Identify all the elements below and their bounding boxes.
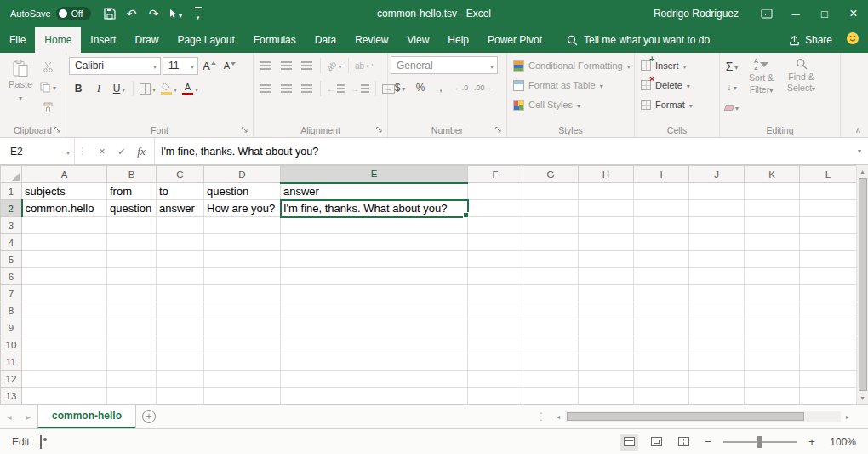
row-header-13[interactable]: 13 (1, 388, 22, 405)
column-header-A[interactable]: A (22, 166, 107, 183)
cell-D9[interactable] (204, 319, 281, 336)
row-header-9[interactable]: 9 (1, 319, 22, 336)
bottom-align-button[interactable] (297, 56, 316, 75)
cell-E4[interactable] (281, 234, 468, 251)
page-layout-view-button[interactable] (647, 434, 665, 451)
column-header-D[interactable]: D (204, 166, 281, 183)
cell-E13[interactable] (281, 388, 468, 405)
cell-D13[interactable] (204, 388, 281, 405)
cell-K11[interactable] (745, 353, 800, 371)
increase-decimal-button[interactable]: ←.0 (452, 78, 471, 97)
cell-I13[interactable] (634, 388, 689, 405)
zoom-percentage[interactable]: 100% (827, 436, 856, 448)
cell-H10[interactable] (579, 336, 634, 353)
cell-L10[interactable] (800, 336, 857, 353)
cell-I10[interactable] (634, 336, 689, 353)
column-header-H[interactable]: H (579, 166, 634, 183)
cell-B9[interactable] (107, 319, 157, 336)
font-dialog-launcher[interactable] (240, 125, 249, 135)
ribbon-tab-help[interactable]: Help (438, 27, 478, 53)
cell-L11[interactable] (800, 353, 857, 371)
cell-C5[interactable] (157, 251, 204, 268)
cell-G7[interactable] (523, 285, 579, 302)
cell-B3[interactable] (107, 217, 157, 234)
row-header-11[interactable]: 11 (1, 353, 22, 371)
ribbon-tab-draw[interactable]: Draw (125, 27, 168, 53)
alignment-dialog-launcher[interactable] (374, 125, 384, 135)
cell-K6[interactable] (745, 268, 800, 285)
cell-I11[interactable] (634, 353, 689, 371)
column-header-I[interactable]: I (634, 166, 689, 183)
cell-E3[interactable] (281, 217, 468, 234)
cell-G2[interactable] (523, 200, 579, 217)
fill-color-button[interactable] (159, 79, 179, 98)
cell-D11[interactable] (204, 353, 281, 371)
cell-I8[interactable] (634, 302, 689, 319)
cell-E1[interactable]: answer (281, 183, 468, 200)
column-header-G[interactable]: G (523, 166, 579, 183)
zoom-in-button[interactable]: + (805, 435, 819, 448)
cell-D1[interactable]: question (204, 183, 281, 200)
row-header-12[interactable]: 12 (1, 371, 22, 388)
cell-I5[interactable] (634, 251, 689, 268)
select-all-button[interactable] (1, 166, 22, 183)
percent-style-button[interactable]: % (411, 78, 430, 97)
cell-A7[interactable] (22, 285, 107, 302)
cell-H6[interactable] (579, 268, 634, 285)
cell-G8[interactable] (523, 302, 579, 319)
autosum-button[interactable]: Σ (722, 57, 741, 76)
cell-J4[interactable] (689, 234, 745, 251)
cell-F6[interactable] (468, 268, 523, 285)
row-header-7[interactable]: 7 (1, 285, 22, 302)
cell-E10[interactable] (281, 336, 468, 353)
borders-button[interactable] (138, 79, 157, 98)
cell-K10[interactable] (745, 336, 800, 353)
feedback-smiley-button[interactable] (846, 32, 859, 49)
cut-button[interactable] (38, 57, 58, 76)
insert-cells-button[interactable]: +Insert (637, 56, 690, 75)
cell-C1[interactable]: to (157, 183, 204, 200)
ribbon-tab-formulas[interactable]: Formulas (244, 27, 306, 53)
cell-F3[interactable] (468, 217, 523, 234)
macro-record-button[interactable] (40, 436, 42, 448)
cell-E5[interactable] (281, 251, 468, 268)
paste-button[interactable]: Paste (3, 56, 38, 121)
row-header-10[interactable]: 10 (1, 336, 22, 353)
align-right-button[interactable] (297, 79, 316, 98)
cell-A6[interactable] (22, 268, 107, 285)
row-header-6[interactable]: 6 (1, 268, 22, 285)
cell-H12[interactable] (579, 371, 634, 388)
column-header-F[interactable]: F (468, 166, 523, 183)
cell-H4[interactable] (579, 234, 634, 251)
ribbon-tab-data[interactable]: Data (306, 27, 345, 53)
cell-K3[interactable] (745, 217, 800, 234)
cell-L6[interactable] (800, 268, 857, 285)
cell-A9[interactable] (22, 319, 107, 336)
scroll-left-arrow[interactable]: ◂ (551, 413, 565, 421)
cell-C8[interactable] (157, 302, 204, 319)
zoom-slider-thumb[interactable] (757, 436, 762, 448)
horizontal-scroll-track[interactable] (565, 411, 841, 422)
share-button[interactable]: Share (789, 34, 832, 46)
cell-H2[interactable] (579, 200, 634, 217)
cell-K8[interactable] (745, 302, 800, 319)
tell-me-box[interactable]: Tell me what you want to do (567, 27, 710, 53)
cell-F8[interactable] (468, 302, 523, 319)
increase-font-size-button[interactable]: A (200, 56, 219, 75)
cell-F12[interactable] (468, 371, 523, 388)
cell-F10[interactable] (468, 336, 523, 353)
delete-cells-button[interactable]: ×Delete (637, 76, 694, 95)
cell-A11[interactable] (22, 353, 107, 371)
cell-C12[interactable] (157, 371, 204, 388)
cell-B7[interactable] (107, 285, 157, 302)
cancel-button[interactable]: × (94, 143, 111, 160)
scroll-up-arrow[interactable]: ▴ (857, 165, 868, 177)
scroll-down-arrow[interactable]: ▾ (857, 392, 868, 404)
cell-D4[interactable] (204, 234, 281, 251)
sort-filter-button[interactable]: AZ Sort & Filter (741, 56, 781, 95)
column-header-L[interactable]: L (800, 166, 857, 183)
cell-J2[interactable] (689, 200, 745, 217)
clipboard-dialog-launcher[interactable] (53, 125, 62, 135)
cell-I6[interactable] (634, 268, 689, 285)
ribbon-tab-page-layout[interactable]: Page Layout (168, 27, 243, 53)
